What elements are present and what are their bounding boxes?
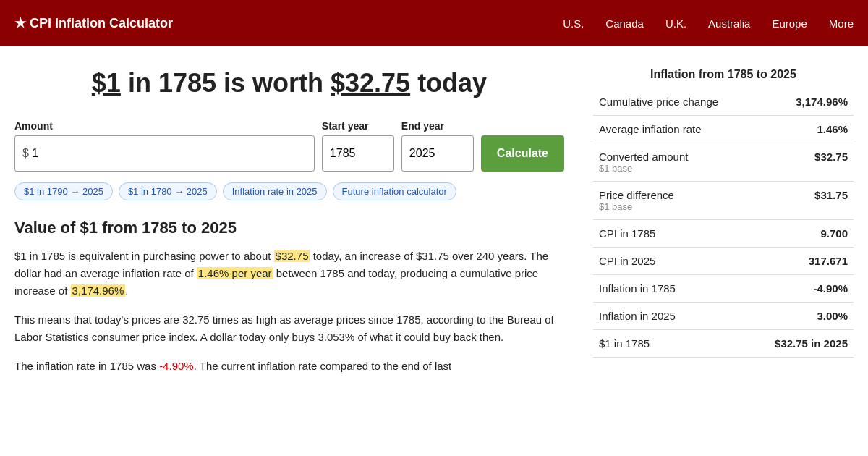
amount-input[interactable] <box>32 147 307 160</box>
right-panel: Inflation from 1785 to 2025 Cumulative p… <box>593 61 854 387</box>
quick-link-0[interactable]: $1 in 1790 → 2025 <box>14 182 113 200</box>
quick-link-2[interactable]: Inflation rate in 2025 <box>223 182 327 200</box>
stat-value: $31.75 <box>752 182 854 220</box>
hero-suffix: today <box>417 68 487 98</box>
quick-link-3[interactable]: Future inflation calculator <box>333 182 456 200</box>
hero-heading: $1 in 1785 is worth $32.75 today <box>14 68 564 98</box>
stat-label: CPI in 2025 <box>593 248 752 275</box>
main-nav: U.S. Canada U.K. Australia Europe More <box>563 17 854 30</box>
stat-label: Price difference$1 base <box>593 182 752 220</box>
para3-red: -4.90% <box>159 360 194 372</box>
stat-label: CPI in 1785 <box>593 220 752 248</box>
start-year-input[interactable] <box>322 135 394 172</box>
nav-australia[interactable]: Australia <box>708 17 750 30</box>
table-row: Cumulative price change3,174.96% <box>593 88 854 116</box>
para-3: The inflation rate in 1785 was -4.90%. T… <box>14 358 564 375</box>
para1-highlight3: 3,174.96% <box>71 284 126 297</box>
stat-value: 1.46% <box>752 116 854 143</box>
quick-links: $1 in 1790 → 2025 $1 in 1780 → 2025 Infl… <box>14 182 564 200</box>
start-year-label: Start year <box>322 120 394 132</box>
stat-label: Converted amount$1 base <box>593 143 752 182</box>
table-row: Average inflation rate1.46% <box>593 116 854 143</box>
para1-prefix: $1 in 1785 is equivalent in purchasing p… <box>14 250 274 262</box>
stat-value: $32.75 in 2025 <box>752 330 854 358</box>
table-row: Price difference$1 base$31.75 <box>593 182 854 220</box>
nav-us[interactable]: U.S. <box>563 17 584 30</box>
stat-value: 317.671 <box>752 248 854 275</box>
table-row: Inflation in 1785-4.90% <box>593 275 854 303</box>
stats-table-caption: Inflation from 1785 to 2025 <box>593 61 854 88</box>
para3-end: . The current inflation rate compared to… <box>194 360 452 372</box>
stat-value: $32.75 <box>752 143 854 182</box>
nav-uk[interactable]: U.K. <box>665 17 686 30</box>
hero-result: $32.75 <box>331 68 410 98</box>
table-row: Converted amount$1 base$32.75 <box>593 143 854 182</box>
nav-canada[interactable]: Canada <box>605 17 644 30</box>
stat-label: Average inflation rate <box>593 116 752 143</box>
amount-field-group: Amount $ <box>14 120 315 172</box>
amount-label: Amount <box>14 120 315 132</box>
table-row: CPI in 2025317.671 <box>593 248 854 275</box>
para3-start: The inflation rate in 1785 was <box>14 360 159 372</box>
stats-table: Inflation from 1785 to 2025 Cumulative p… <box>593 61 854 358</box>
table-row: CPI in 17859.700 <box>593 220 854 248</box>
stat-sub-label: $1 base <box>599 201 746 212</box>
table-row: Inflation in 20253.00% <box>593 303 854 330</box>
stat-value: 9.700 <box>752 220 854 248</box>
end-year-input[interactable] <box>401 135 474 172</box>
stat-label: $1 in 1785 <box>593 330 752 358</box>
hero-amount: $1 <box>92 68 121 98</box>
main-container: $1 in 1785 is worth $32.75 today Amount … <box>0 46 868 387</box>
stat-label: Inflation in 2025 <box>593 303 752 330</box>
para1-end: . <box>125 284 128 297</box>
stat-value: -4.90% <box>752 275 854 303</box>
stat-label: Cumulative price change <box>593 88 752 116</box>
calculator-form: Amount $ Start year End year Calculate <box>14 120 564 172</box>
currency-symbol: $ <box>22 147 29 160</box>
left-panel: $1 in 1785 is worth $32.75 today Amount … <box>14 61 564 387</box>
site-logo: ★ CPI Inflation Calculator <box>14 15 563 31</box>
end-year-field-group: End year <box>401 120 474 172</box>
stat-value: 3.00% <box>752 303 854 330</box>
end-year-label: End year <box>401 120 474 132</box>
nav-europe[interactable]: Europe <box>772 17 807 30</box>
calculate-button[interactable]: Calculate <box>481 135 564 172</box>
section-heading: Value of $1 from 1785 to 2025 <box>14 219 564 237</box>
para1-highlight1: $32.75 <box>274 250 310 262</box>
site-header: ★ CPI Inflation Calculator U.S. Canada U… <box>0 0 868 46</box>
nav-more[interactable]: More <box>829 17 854 30</box>
quick-link-1[interactable]: $1 in 1780 → 2025 <box>119 182 217 200</box>
stat-sub-label: $1 base <box>599 163 746 174</box>
para1-highlight2: 1.46% per year <box>197 267 273 279</box>
para-1: $1 in 1785 is equivalent in purchasing p… <box>14 248 564 300</box>
amount-input-wrap[interactable]: $ <box>14 135 315 172</box>
para-2: This means that today's prices are 32.75… <box>14 311 564 346</box>
hero-year-text: in 1785 is worth <box>128 68 331 98</box>
table-row: $1 in 1785$32.75 in 2025 <box>593 330 854 358</box>
start-year-field-group: Start year <box>322 120 394 172</box>
stat-value: 3,174.96% <box>752 88 854 116</box>
stat-label: Inflation in 1785 <box>593 275 752 303</box>
